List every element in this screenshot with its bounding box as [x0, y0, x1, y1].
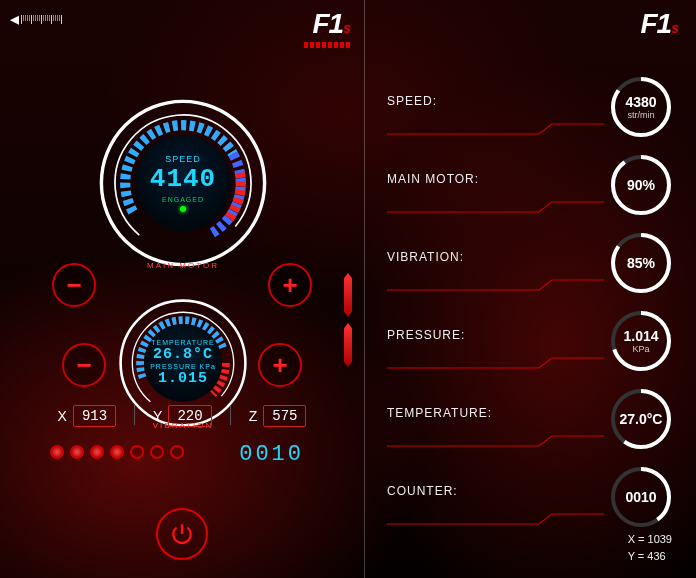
logo: F1s [641, 8, 678, 40]
counter-display: 0010 [239, 442, 304, 467]
level-dot [90, 445, 104, 459]
coord-y-value: 220 [168, 405, 211, 427]
stat-label: SPEED: [387, 94, 437, 108]
stat-value: 0010 [625, 489, 656, 505]
stat-label: VIBRATION: [387, 250, 464, 264]
coord-y-label: Y [153, 408, 162, 424]
main-gauge-name: MAIN MOTOR [98, 261, 268, 270]
level-dot [110, 445, 124, 459]
stat-circle: 4380str/min [608, 74, 674, 140]
level-dot [170, 445, 184, 459]
right-panel: F1s SPEED:4380str/minMAIN MOTOR:90%VIBRA… [365, 0, 696, 578]
level-dot [70, 445, 84, 459]
stat-row: SPEED:4380str/min [365, 70, 696, 148]
stat-value: 27.0°C [620, 411, 663, 427]
connector-line [387, 122, 604, 136]
main-gauge-status: ENGAGED [162, 196, 204, 203]
left-panel: ◂ F1s SPEED 4140 ENGAGED [0, 0, 365, 578]
stat-label: TEMPERATURE: [387, 406, 492, 420]
power-button[interactable] [156, 508, 208, 560]
connector-line [387, 512, 604, 526]
vib-plus-button[interactable]: + [258, 343, 302, 387]
main-gauge-value: 4140 [150, 164, 216, 194]
back-button[interactable]: ◂ [10, 8, 62, 30]
stat-label: COUNTER: [387, 484, 458, 498]
stat-row: COUNTER:0010 [365, 460, 696, 538]
stat-value: 90% [627, 177, 655, 193]
status-indicator-icon [180, 206, 186, 212]
stat-value: 85% [627, 255, 655, 271]
level-dots [50, 445, 184, 459]
level-dot [150, 445, 164, 459]
vib-minus-button[interactable]: − [62, 343, 106, 387]
stat-value: 4380 [625, 94, 656, 110]
main-motor-gauge: SPEED 4140 ENGAGED MAIN MOTOR [98, 98, 268, 268]
vib-press-label: PRESSURE KPa [150, 363, 216, 370]
main-gauge-label: SPEED [165, 154, 201, 164]
stat-circle: 90% [608, 152, 674, 218]
chevron-left-icon: ◂ [10, 8, 19, 30]
vib-temp-label: TEMPERATURE [151, 339, 214, 346]
logo: F1s [304, 8, 350, 48]
level-dot [50, 445, 64, 459]
stat-row: TEMPERATURE:27.0°C [365, 382, 696, 460]
connector-line [387, 434, 604, 448]
stat-row: PRESSURE:1.014KPa [365, 304, 696, 382]
stat-circle: 85% [608, 230, 674, 296]
stat-row: VIBRATION:85% [365, 226, 696, 304]
connector-line [387, 200, 604, 214]
coords-row: X913 Y220 Z575 [0, 405, 364, 427]
power-icon [169, 521, 195, 547]
coord-x-label: X [58, 408, 67, 424]
stat-unit: str/min [628, 110, 655, 120]
coord-z-value: 575 [263, 405, 306, 427]
stat-circle: 1.014KPa [608, 308, 674, 374]
connector-line [387, 278, 604, 292]
vib-press-value: 1.015 [158, 370, 208, 387]
stat-row: MAIN MOTOR:90% [365, 148, 696, 226]
coord-z-label: Z [249, 408, 258, 424]
main-plus-button[interactable]: + [268, 263, 312, 307]
right-coords: X = 1039 Y = 436 [628, 531, 672, 564]
main-minus-button[interactable]: − [52, 263, 96, 307]
stat-label: MAIN MOTOR: [387, 172, 479, 186]
coord-x-value: 913 [73, 405, 116, 427]
stat-unit: KPa [632, 344, 649, 354]
stat-circle: 27.0°C [608, 386, 674, 452]
stat-label: PRESSURE: [387, 328, 465, 342]
stat-circle: 0010 [608, 464, 674, 530]
level-dot [130, 445, 144, 459]
stat-list: SPEED:4380str/minMAIN MOTOR:90%VIBRATION… [365, 70, 696, 538]
stat-value: 1.014 [623, 328, 658, 344]
center-slider[interactable] [344, 273, 352, 367]
scale-ticks [21, 15, 62, 24]
connector-line [387, 356, 604, 370]
vib-temp-value: 26.8°C [153, 346, 213, 363]
